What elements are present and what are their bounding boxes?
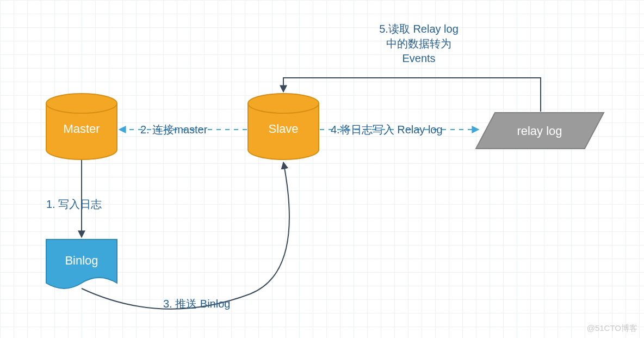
node-master: Master: [46, 94, 117, 159]
node-slave: Slave: [248, 94, 319, 159]
node-binlog-label: Binlog: [65, 254, 98, 267]
watermark: @51CTO博客: [587, 323, 637, 334]
diagram-svg: Master Slave Binlog relay log: [0, 0, 644, 338]
edge-label-2: 2. 连接master: [140, 122, 207, 137]
diagram-canvas: Master Slave Binlog relay log: [0, 0, 644, 338]
edge-label-4: 4.将日志写入 Relay log: [331, 122, 443, 137]
edge-label-1: 1. 写入日志: [46, 197, 102, 212]
edge-read-relay: [283, 78, 541, 112]
node-binlog: Binlog: [46, 239, 117, 288]
edge-label-5-line2: 中的数据转为: [337, 36, 500, 51]
svg-point-4: [46, 94, 117, 113]
edge-label-5: 5.读取 Relay log 中的数据转为 Events: [337, 22, 500, 66]
node-relay-log: relay log: [476, 113, 604, 149]
edge-label-5-line1: 5.读取 Relay log: [337, 22, 500, 36]
edge-label-3: 3. 推送 Binlog: [163, 297, 230, 311]
svg-point-9: [248, 94, 319, 113]
edge-label-5-line3: Events: [337, 51, 500, 66]
node-relay-log-label: relay log: [517, 124, 562, 138]
node-master-label: Master: [63, 122, 100, 136]
node-slave-label: Slave: [268, 122, 298, 136]
edge-push-binlog: [82, 162, 289, 309]
